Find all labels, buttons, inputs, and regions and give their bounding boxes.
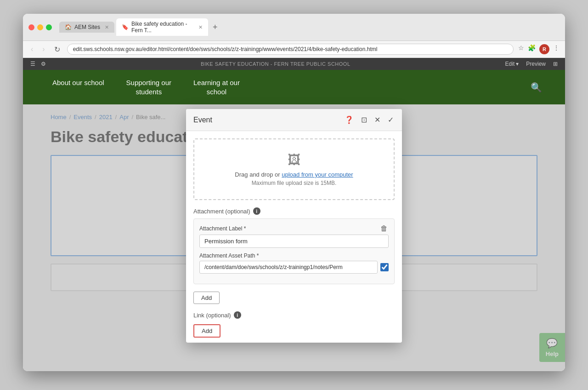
edit-chevron-icon: ▾: [516, 61, 519, 67]
extensions-icon[interactable]: 🧩: [528, 44, 536, 54]
reload-button[interactable]: ↻: [52, 44, 62, 55]
link-add-button[interactable]: Add: [193, 324, 220, 338]
delete-attachment-button[interactable]: 🗑: [379, 224, 389, 233]
upload-link[interactable]: upload from your computer: [282, 171, 353, 178]
modal-header: Event ❓ ⊡ ✕ ✓: [186, 109, 402, 131]
menu-icon[interactable]: ⋮: [553, 44, 560, 54]
checkmark-icon: ✓: [388, 116, 394, 124]
user-avatar[interactable]: R: [539, 44, 549, 54]
modal-overlay: Event ❓ ⊡ ✕ ✓: [23, 104, 565, 371]
sidebar-icon: ☰: [30, 61, 35, 67]
attachment-path-field-row: Attachment Asset Path *: [199, 252, 389, 274]
modal-fullscreen-icon: ⊡: [361, 116, 367, 124]
sidebar-toggle-button[interactable]: ☰: [30, 61, 35, 67]
upload-note: Maximum file upload size is 15MB.: [204, 180, 384, 186]
title-bar: 🏠 AEM Sites ✕ 🔖 Bike safety education - …: [23, 14, 565, 41]
tab-bar: 🏠 AEM Sites ✕ 🔖 Bike safety education - …: [59, 18, 560, 36]
search-icon[interactable]: 🔍: [526, 77, 547, 98]
back-button[interactable]: ‹: [28, 44, 35, 54]
address-bar: ‹ › ↻ ☆ 🧩 R ⋮: [23, 41, 565, 58]
close-icon: ✕: [374, 116, 380, 124]
attachment-info-icon[interactable]: i: [253, 207, 260, 215]
nav-item-learning[interactable]: Learning at ourschool: [182, 70, 251, 104]
more-options-button[interactable]: ⊞: [553, 61, 558, 67]
bookmark-icon[interactable]: ☆: [518, 44, 524, 54]
attachment-add-button[interactable]: Add: [193, 292, 220, 304]
nav-item-supporting[interactable]: Supporting ourstudents: [115, 70, 182, 104]
aem-tab-icon: 🏠: [65, 24, 72, 30]
cms-toolbar: ☰ ⚙ BIKE SAFETY EDUCATION - FERN TREE PU…: [23, 58, 565, 70]
modal-help-icon: ❓: [345, 116, 354, 124]
modal-body: 🖼 Drag and drop or upload from your comp…: [186, 131, 402, 343]
browser-window: 🏠 AEM Sites ✕ 🔖 Bike safety education - …: [23, 14, 565, 371]
settings-icon: ⚙: [41, 61, 46, 67]
cms-toolbar-left: ☰ ⚙: [30, 61, 46, 67]
maximize-traffic-light[interactable]: [46, 24, 52, 30]
bike-tab-close[interactable]: ✕: [198, 24, 203, 30]
modal-close-button[interactable]: ✕: [373, 115, 381, 125]
attachment-card: Attachment Label * 🗑 Attachment Asset Pa…: [193, 218, 395, 284]
more-options-icon: ⊞: [553, 61, 558, 67]
modal-header-actions: ❓ ⊡ ✕ ✓: [344, 115, 395, 125]
attachment-path-checkbox[interactable]: [380, 263, 389, 271]
preview-label: Preview: [526, 61, 546, 67]
modal-help-button[interactable]: ❓: [344, 115, 355, 125]
modal-title: Event: [193, 116, 212, 124]
aem-tab-close[interactable]: ✕: [105, 24, 109, 30]
nav-item-about[interactable]: About our school: [41, 70, 115, 104]
site-nav: About our school Supporting ourstudents …: [23, 70, 565, 104]
aem-tab-label: AEM Sites: [74, 24, 100, 30]
attachment-label-input[interactable]: [199, 235, 389, 248]
preview-button[interactable]: Preview: [526, 61, 546, 67]
new-tab-button[interactable]: +: [210, 22, 220, 33]
tab-aem[interactable]: 🏠 AEM Sites ✕: [59, 22, 114, 33]
modal-fullscreen-button[interactable]: ⊡: [360, 115, 368, 125]
address-actions: ☆ 🧩 R ⋮: [518, 44, 560, 54]
forward-button[interactable]: ›: [40, 44, 47, 54]
minimize-traffic-light[interactable]: [37, 24, 43, 30]
page-content: Home / Events / 2021 / Apr / Bike safe..…: [23, 104, 565, 371]
nav-items: About our school Supporting ourstudents …: [41, 70, 251, 104]
attachment-path-input[interactable]: [199, 261, 378, 274]
upload-icon: 🖼: [204, 152, 384, 167]
traffic-lights: [28, 24, 52, 30]
attachment-label-field-row: Attachment Label * 🗑: [199, 224, 389, 248]
link-info-icon[interactable]: i: [234, 311, 241, 319]
attachment-label-label: Attachment Label * 🗑: [199, 224, 389, 233]
edit-button[interactable]: Edit ▾: [505, 61, 519, 67]
cms-settings-button[interactable]: ⚙: [41, 61, 46, 67]
modal-confirm-button[interactable]: ✓: [387, 115, 395, 125]
bike-tab-label: Bike safety education - Fern T...: [131, 21, 194, 34]
attachment-section-label: Attachment (optional) i: [193, 207, 395, 215]
address-input[interactable]: [67, 44, 514, 55]
upload-text: Drag and drop or upload from your comput…: [204, 171, 384, 178]
attachment-path-label: Attachment Asset Path *: [199, 252, 389, 259]
bike-tab-icon: 🔖: [122, 24, 129, 30]
cms-toolbar-center: BIKE SAFETY EDUCATION - FERN TREE PUBLIC…: [201, 61, 350, 67]
upload-area[interactable]: 🖼 Drag and drop or upload from your comp…: [193, 138, 395, 200]
close-traffic-light[interactable]: [28, 24, 34, 30]
cms-toolbar-right: Edit ▾ Preview ⊞: [505, 61, 558, 67]
link-section-label: Link (optional) i: [193, 311, 395, 319]
tab-bike[interactable]: 🔖 Bike safety education - Fern T... ✕: [116, 18, 208, 36]
attachment-path-row: [199, 261, 389, 274]
site-title: BIKE SAFETY EDUCATION - FERN TREE PUBLIC…: [201, 61, 350, 67]
edit-label: Edit: [505, 61, 515, 67]
event-modal: Event ❓ ⊡ ✕ ✓: [186, 109, 402, 343]
